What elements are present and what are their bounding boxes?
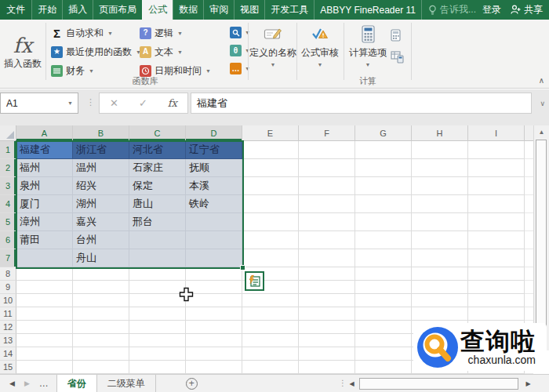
cell-A4[interactable]: 厦门 xyxy=(16,195,73,213)
recent-functions-button[interactable]: ★ 最近使用的函数 ▼ xyxy=(49,42,143,61)
cell-D8[interactable] xyxy=(186,267,242,281)
cell-A13[interactable] xyxy=(16,334,73,347)
cell-F13[interactable] xyxy=(299,334,355,347)
column-header-C[interactable]: C xyxy=(129,125,186,141)
cell-C10[interactable] xyxy=(129,294,186,307)
column-header-B[interactable]: B xyxy=(73,125,129,141)
vertical-scrollbar[interactable]: ▲ ▼ xyxy=(533,125,549,350)
cell-D12[interactable] xyxy=(186,321,242,334)
ribbon-tab-1[interactable]: 插入 xyxy=(62,0,93,20)
cell-B5[interactable]: 嘉兴 xyxy=(73,213,129,231)
cell-B13[interactable] xyxy=(73,334,129,347)
cell-E15[interactable] xyxy=(242,361,299,374)
name-box-dropdown-icon[interactable]: ▼ xyxy=(67,100,78,106)
cell-A3[interactable]: 泉州 xyxy=(16,177,73,195)
cell-F6[interactable] xyxy=(299,231,355,249)
name-box[interactable]: A1 ▼ xyxy=(0,93,78,114)
cell-D15[interactable] xyxy=(186,361,242,374)
cell-I1[interactable] xyxy=(468,141,525,159)
cell-B8[interactable] xyxy=(73,267,129,281)
cell-C6[interactable] xyxy=(129,231,186,249)
column-header-G[interactable]: G xyxy=(355,125,412,141)
row-header-9[interactable]: 9 xyxy=(0,281,16,294)
new-sheet-button[interactable]: + xyxy=(186,375,198,392)
cell-I8[interactable] xyxy=(468,267,525,281)
cell-C1[interactable]: 河北省 xyxy=(129,141,186,159)
row-header-12[interactable]: 12 xyxy=(0,321,16,334)
next-sheet-icon[interactable]: ▶ xyxy=(24,379,30,387)
row-header-3[interactable]: 3 xyxy=(0,177,16,195)
cell-G5[interactable] xyxy=(355,213,412,231)
more-sheets-icon[interactable]: … xyxy=(39,378,49,389)
sheet-tab-0[interactable]: 省份 xyxy=(56,375,97,392)
cell-E5[interactable] xyxy=(242,213,299,231)
cell-A14[interactable] xyxy=(16,347,73,361)
cell-E2[interactable] xyxy=(242,159,299,177)
row-header-5[interactable]: 5 xyxy=(0,213,16,231)
row-header-15[interactable]: 15 xyxy=(0,361,16,374)
formula-auditing-group-button[interactable]: 公式审核 ▼ xyxy=(300,23,340,67)
horizontal-scrollbar-thumb[interactable] xyxy=(359,378,518,390)
cell-H10[interactable] xyxy=(412,294,468,307)
cell-C3[interactable]: 保定 xyxy=(129,177,186,195)
enter-button[interactable]: ✓ xyxy=(139,97,147,109)
cell-G9[interactable] xyxy=(355,281,412,294)
calculate-sheet-button[interactable] xyxy=(391,48,404,66)
cell-B2[interactable]: 温州 xyxy=(73,159,129,177)
cell-D1[interactable]: 辽宁省 xyxy=(186,141,242,159)
cell-G14[interactable] xyxy=(355,347,412,361)
cell-F3[interactable] xyxy=(299,177,355,195)
column-header-D[interactable]: D xyxy=(186,125,242,141)
text-button[interactable]: A 文本 ▼ xyxy=(138,42,213,61)
cell-D9[interactable] xyxy=(186,281,242,294)
sign-in-button[interactable]: 登录 xyxy=(482,3,501,16)
row-header-1[interactable]: 1 xyxy=(0,141,16,159)
cell-A6[interactable]: 莆田 xyxy=(16,231,73,249)
ribbon-tab-6[interactable]: 视图 xyxy=(234,0,264,20)
insert-function-icon[interactable]: fx xyxy=(168,97,177,109)
cell-C8[interactable] xyxy=(129,267,186,281)
cell-F10[interactable] xyxy=(299,294,355,307)
cell-B7[interactable]: 舟山 xyxy=(73,249,129,267)
cell-B4[interactable]: 湖州 xyxy=(73,195,129,213)
cell-F8[interactable] xyxy=(299,267,355,281)
row-header-14[interactable]: 14 xyxy=(0,347,16,361)
cell-E1[interactable] xyxy=(242,141,299,159)
row-header-13[interactable]: 13 xyxy=(0,334,16,347)
cell-D5[interactable] xyxy=(186,213,242,231)
cell-C13[interactable] xyxy=(129,334,186,347)
cell-C9[interactable] xyxy=(129,281,186,294)
ribbon-tab-4[interactable]: 数据 xyxy=(173,0,203,20)
cell-G11[interactable] xyxy=(355,307,412,321)
calculation-options-button[interactable]: 计算选项 ▼ xyxy=(347,23,389,67)
cell-A11[interactable] xyxy=(16,307,73,321)
cell-D6[interactable] xyxy=(186,231,242,249)
ribbon-tab-8[interactable]: ABBYY FineReader 11 xyxy=(314,0,421,20)
cell-F14[interactable] xyxy=(299,347,355,361)
cell-I11[interactable] xyxy=(468,307,525,321)
prev-sheet-icon[interactable]: ◀ xyxy=(9,379,15,387)
cell-H9[interactable] xyxy=(412,281,468,294)
column-header-I[interactable]: I xyxy=(468,125,525,141)
cell-F5[interactable] xyxy=(299,213,355,231)
cell-E12[interactable] xyxy=(242,321,299,334)
row-header-6[interactable]: 6 xyxy=(0,231,16,249)
row-header-2[interactable]: 2 xyxy=(0,159,16,177)
cell-H4[interactable] xyxy=(412,195,468,213)
cell-G8[interactable] xyxy=(355,267,412,281)
cell-E3[interactable] xyxy=(242,177,299,195)
cell-G10[interactable] xyxy=(355,294,412,307)
cell-E4[interactable] xyxy=(242,195,299,213)
ribbon-tab-7[interactable]: 开发工具 xyxy=(264,0,314,20)
cell-G7[interactable] xyxy=(355,249,412,267)
cell-D7[interactable] xyxy=(186,249,242,267)
column-header-F[interactable]: F xyxy=(299,125,355,141)
cell-I7[interactable] xyxy=(468,249,525,267)
cell-I2[interactable] xyxy=(468,159,525,177)
logical-button[interactable]: ? 逻辑 ▼ xyxy=(138,24,213,42)
cell-F12[interactable] xyxy=(299,321,355,334)
ribbon-tab-3[interactable]: 公式 xyxy=(142,0,173,20)
cell-C7[interactable] xyxy=(129,249,186,267)
cell-E14[interactable] xyxy=(242,347,299,361)
horizontal-scrollbar[interactable] xyxy=(358,378,521,390)
